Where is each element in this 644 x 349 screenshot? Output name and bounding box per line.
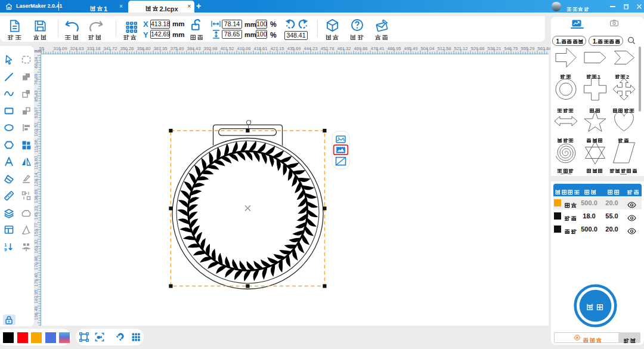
svg-text:427.15: 427.15 [271, 46, 284, 51]
svg-text:563.84: 563.84 [538, 46, 550, 51]
svg-text:410.06: 410.06 [237, 46, 251, 51]
svg-text:512.58: 512.58 [438, 46, 451, 51]
svg-text:392.98: 392.98 [204, 46, 218, 51]
svg-text:187.95: 187.95 [34, 290, 39, 304]
svg-text:316.09: 316.09 [54, 46, 67, 51]
svg-text:76.89: 76.89 [34, 74, 39, 85]
svg-text:495.49: 495.49 [404, 46, 418, 51]
svg-text:367.35: 367.35 [154, 46, 168, 51]
svg-text:375.89: 375.89 [171, 46, 184, 51]
svg-text:93.97: 93.97 [34, 107, 39, 119]
svg-text:418.61: 418.61 [254, 46, 268, 51]
svg-text:170.86: 170.86 [34, 257, 39, 270]
svg-text:529.66: 529.66 [471, 46, 485, 51]
svg-text:358.80: 358.80 [137, 46, 151, 51]
svg-text:469.86: 469.86 [354, 46, 368, 51]
svg-text:444.23: 444.23 [304, 46, 318, 51]
svg-text:85.43: 85.43 [34, 91, 39, 102]
svg-text:324.63: 324.63 [70, 46, 84, 51]
svg-text:111.06: 111.06 [34, 140, 39, 153]
svg-text:478.41: 478.41 [371, 46, 385, 51]
svg-text:136.69: 136.69 [34, 190, 39, 203]
svg-text:538.21: 538.21 [488, 46, 501, 51]
svg-text:153.77: 153.77 [34, 223, 39, 237]
svg-text:68.34: 68.34 [34, 57, 39, 69]
svg-text:102.52: 102.52 [34, 123, 39, 137]
svg-text:mm: mm [35, 49, 42, 53]
svg-text:119.60: 119.60 [34, 156, 39, 169]
svg-text:179.40: 179.40 [34, 273, 39, 287]
svg-text:128.14: 128.14 [34, 173, 39, 187]
svg-text:350.26: 350.26 [120, 46, 134, 51]
svg-text:461.32: 461.32 [338, 46, 351, 51]
svg-text:504.04: 504.04 [421, 46, 435, 51]
svg-text:9: 9 [4, 247, 7, 252]
svg-text:384.43: 384.43 [187, 46, 201, 51]
svg-text:333.18: 333.18 [87, 46, 101, 51]
svg-text:521.12: 521.12 [454, 46, 468, 51]
svg-text:452.78: 452.78 [321, 46, 335, 51]
svg-text:546.75: 546.75 [504, 46, 518, 51]
svg-text:341.72: 341.72 [104, 46, 117, 51]
svg-text:401.52: 401.52 [221, 46, 234, 51]
svg-text:196.49: 196.49 [34, 307, 39, 320]
svg-text:435.69: 435.69 [287, 46, 301, 51]
svg-text:486.95: 486.95 [388, 46, 401, 51]
svg-text:162.32: 162.32 [34, 240, 39, 254]
svg-text:555.29: 555.29 [521, 46, 535, 51]
svg-text:145.23: 145.23 [34, 206, 39, 220]
